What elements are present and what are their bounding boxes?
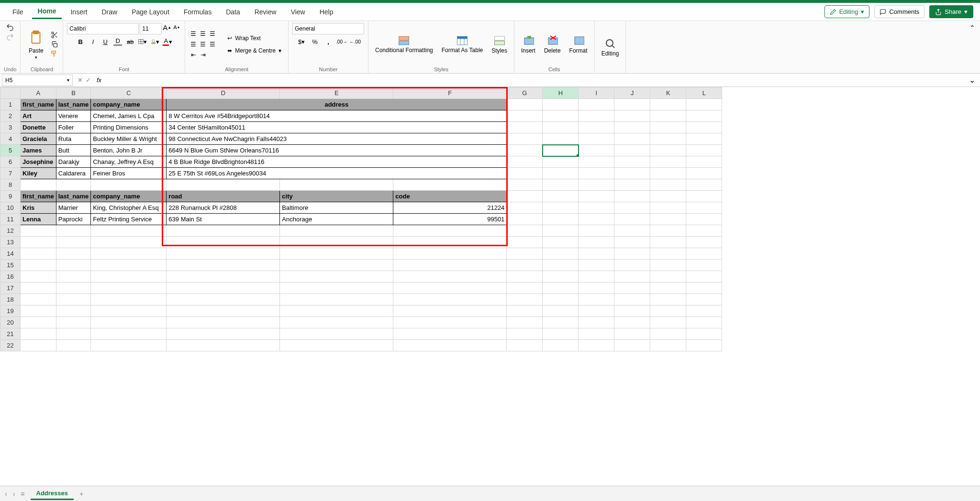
- cell-J3[interactable]: [614, 122, 650, 133]
- font-color-button[interactable]: A▾: [163, 37, 172, 46]
- cell-H12[interactable]: [543, 225, 579, 237]
- align-bottom-button[interactable]: ☰: [208, 30, 217, 38]
- format-painter-button[interactable]: [50, 50, 59, 58]
- cell-I11[interactable]: [579, 214, 614, 225]
- align-top-button[interactable]: ☰: [189, 30, 198, 38]
- column-header-A[interactable]: A: [21, 87, 56, 99]
- increase-font-button[interactable]: A▲: [163, 23, 171, 32]
- column-header-D[interactable]: D: [167, 87, 280, 99]
- cell-E9[interactable]: city: [280, 191, 393, 202]
- cell-J22[interactable]: [614, 340, 650, 351]
- align-left-button[interactable]: ☰: [189, 40, 198, 49]
- cell-J10[interactable]: [614, 202, 650, 214]
- cell-A15[interactable]: [21, 260, 56, 271]
- cell-L6[interactable]: [686, 156, 722, 168]
- cell-K3[interactable]: [650, 122, 686, 133]
- tab-formulas[interactable]: Formulas: [178, 5, 217, 19]
- cell-B12[interactable]: [56, 225, 91, 237]
- expand-formula-bar-button[interactable]: ⌄: [964, 76, 980, 85]
- align-right-button[interactable]: ☰: [208, 40, 217, 49]
- cell-G13[interactable]: [507, 237, 543, 248]
- cell-K16[interactable]: [650, 271, 686, 283]
- cell-D18[interactable]: [167, 294, 280, 305]
- cell-B15[interactable]: [56, 260, 91, 271]
- copy-button[interactable]: [50, 40, 59, 49]
- cell-L10[interactable]: [686, 202, 722, 214]
- cell-L16[interactable]: [686, 271, 722, 283]
- cell-G20[interactable]: [507, 317, 543, 328]
- cell-K5[interactable]: [650, 145, 686, 156]
- align-middle-button[interactable]: ☰: [199, 30, 207, 38]
- cell-G15[interactable]: [507, 260, 543, 271]
- cell-C9[interactable]: company_name: [91, 191, 167, 202]
- cell-K7[interactable]: [650, 168, 686, 179]
- cell-F20[interactable]: [393, 317, 507, 328]
- cell-C7[interactable]: Feiner Bros: [91, 168, 167, 179]
- cell-L18[interactable]: [686, 294, 722, 305]
- cell-D12[interactable]: [167, 225, 280, 237]
- cell-F16[interactable]: [393, 271, 507, 283]
- collapse-ribbon-button[interactable]: ⌃: [965, 21, 980, 34]
- cell-E8[interactable]: [280, 179, 393, 191]
- column-header-L[interactable]: L: [686, 87, 722, 99]
- cell-H2[interactable]: [543, 110, 579, 122]
- cell-H17[interactable]: [543, 283, 579, 294]
- cell-H7[interactable]: [543, 168, 579, 179]
- cell-C14[interactable]: [91, 248, 167, 260]
- cell-J9[interactable]: [614, 191, 650, 202]
- merge-center-button[interactable]: ⬌Merge & Centre▾: [224, 46, 284, 55]
- cell-C13[interactable]: [91, 237, 167, 248]
- cell-B8[interactable]: [56, 179, 91, 191]
- row-header-1[interactable]: 1: [0, 99, 21, 110]
- cell-J21[interactable]: [614, 328, 650, 340]
- tab-home[interactable]: Home: [32, 4, 62, 19]
- cell-E13[interactable]: [280, 237, 393, 248]
- cell-I15[interactable]: [579, 260, 614, 271]
- underline-button[interactable]: U: [101, 37, 110, 46]
- cell-D19[interactable]: [167, 305, 280, 317]
- cell-H9[interactable]: [543, 191, 579, 202]
- cell-D13[interactable]: [167, 237, 280, 248]
- cell-L9[interactable]: [686, 191, 722, 202]
- cell-E21[interactable]: [280, 328, 393, 340]
- cell-L4[interactable]: [686, 133, 722, 145]
- cell-A4[interactable]: Graciela: [21, 133, 56, 145]
- row-header-12[interactable]: 12: [0, 225, 21, 237]
- decrease-indent-button[interactable]: ⇤: [189, 51, 198, 59]
- cell-A3[interactable]: Donette: [21, 122, 56, 133]
- cell-L14[interactable]: [686, 248, 722, 260]
- cell-J16[interactable]: [614, 271, 650, 283]
- cell-D17[interactable]: [167, 283, 280, 294]
- cell-A18[interactable]: [21, 294, 56, 305]
- cell-L5[interactable]: [686, 145, 722, 156]
- cell-C4[interactable]: Buckley Miller & Wright: [91, 133, 167, 145]
- cell-H20[interactable]: [543, 317, 579, 328]
- comments-button[interactable]: Comments: [874, 5, 924, 18]
- cell-K21[interactable]: [650, 328, 686, 340]
- cell-G1[interactable]: [507, 99, 543, 110]
- tab-review[interactable]: Review: [249, 5, 282, 19]
- row-header-5[interactable]: 5: [0, 145, 21, 156]
- cell-H3[interactable]: [543, 122, 579, 133]
- row-header-18[interactable]: 18: [0, 294, 21, 305]
- decrease-decimal-button[interactable]: ←.00: [351, 37, 359, 46]
- cell-J5[interactable]: [614, 145, 650, 156]
- cell-J19[interactable]: [614, 305, 650, 317]
- cell-F22[interactable]: [393, 340, 507, 351]
- cell-C11[interactable]: Feltz Printing Service: [91, 214, 167, 225]
- cell-A16[interactable]: [21, 271, 56, 283]
- cell-K19[interactable]: [650, 305, 686, 317]
- cell-J1[interactable]: [614, 99, 650, 110]
- font-size-select[interactable]: [140, 23, 162, 34]
- cell-H21[interactable]: [543, 328, 579, 340]
- cell-A14[interactable]: [21, 248, 56, 260]
- row-header-6[interactable]: 6: [0, 156, 21, 168]
- cell-D11[interactable]: 639 Main St: [167, 214, 280, 225]
- strikethrough-button[interactable]: ab: [126, 37, 134, 46]
- cell-H14[interactable]: [543, 248, 579, 260]
- cell-H15[interactable]: [543, 260, 579, 271]
- cell-J13[interactable]: [614, 237, 650, 248]
- cell-C10[interactable]: King, Christopher A Esq: [91, 202, 167, 214]
- cell-L22[interactable]: [686, 340, 722, 351]
- cell-L21[interactable]: [686, 328, 722, 340]
